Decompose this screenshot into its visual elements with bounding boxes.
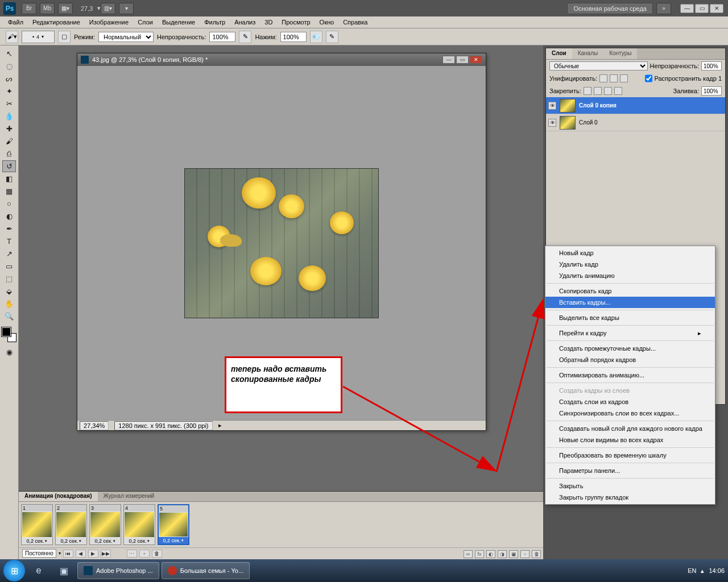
dodge-tool-icon[interactable]: ◐ xyxy=(2,210,16,222)
brush-tool-icon[interactable]: 🖌 xyxy=(2,135,16,147)
delete-frame-button[interactable]: 🗑 xyxy=(152,550,162,558)
frame-delay[interactable]: 0,2 сек. ▾ xyxy=(56,538,86,544)
menu-image[interactable]: Изображение xyxy=(85,18,133,27)
taskbar-photoshop[interactable]: Adobe Photoshop ... xyxy=(77,562,159,579)
menu-filter[interactable]: Фильтр xyxy=(200,18,230,27)
frame-delay[interactable]: 0,2 сек. ▾ xyxy=(159,537,188,544)
gradient-tool-icon[interactable]: ▦ xyxy=(2,185,16,197)
blend-mode-select[interactable]: Нормальный xyxy=(98,32,154,42)
lock-pixels-icon[interactable] xyxy=(594,87,602,95)
doc-close-button[interactable]: ✕ xyxy=(470,56,482,64)
fill-input[interactable] xyxy=(701,86,722,95)
eyedropper-tool-icon[interactable]: 💧 xyxy=(2,110,16,122)
taskbar-browser[interactable]: Большая семья - Yo... xyxy=(162,562,250,579)
unify-style-icon[interactable] xyxy=(620,74,628,82)
hand-tool-icon[interactable]: ✋ xyxy=(2,298,16,310)
menu-edit[interactable]: Редактирование xyxy=(28,18,85,27)
menu-view[interactable]: Просмотр xyxy=(277,18,315,27)
prev-frame-button[interactable]: ◀ xyxy=(76,550,86,558)
menu-layer[interactable]: Слои xyxy=(133,18,158,27)
tween-button[interactable]: ⋯ xyxy=(127,550,137,558)
layer-name[interactable]: Слой 0 xyxy=(579,119,598,126)
zoom-readout[interactable]: 27,3 xyxy=(81,5,93,12)
pen-tool-icon[interactable]: ✒ xyxy=(2,223,16,235)
layer-name[interactable]: Слой 0 копия xyxy=(579,102,617,109)
visibility-icon[interactable]: 👁 xyxy=(548,102,556,110)
doc-minimize-button[interactable]: — xyxy=(442,56,455,64)
stamp-tool-icon[interactable]: ⎙ xyxy=(2,148,16,160)
menu-item[interactable]: Синхронизировать слои во всех кадрах... xyxy=(545,408,715,419)
screen-mode-button[interactable]: ▦▾ xyxy=(58,3,73,14)
menu-item[interactable]: Закрыть группу вкладок xyxy=(545,492,715,503)
marquee-tool-icon[interactable]: ◌ xyxy=(2,60,16,72)
move-tool-icon[interactable]: ↖ xyxy=(2,48,16,60)
menu-window[interactable]: Окно xyxy=(315,18,339,27)
minimize-button[interactable]: — xyxy=(680,4,694,13)
menu-item[interactable]: Создать слои из кадров xyxy=(545,396,715,408)
animation-frame[interactable]: 10,2 сек. ▾ xyxy=(21,504,53,545)
frame-delay[interactable]: 0,2 сек. ▾ xyxy=(124,538,155,544)
fx-icon[interactable]: fx xyxy=(475,550,484,558)
loop-select[interactable]: Постоянно xyxy=(22,549,56,558)
frame-delay[interactable]: 0,2 сек. ▾ xyxy=(90,538,121,544)
tray-up-icon[interactable]: ▴ xyxy=(701,567,704,575)
animation-frame[interactable]: 50,2 сек. ▾ xyxy=(158,504,189,545)
size-pressure-icon[interactable]: ✎ xyxy=(326,31,338,43)
animation-frame[interactable]: 20,2 сек. ▾ xyxy=(55,504,87,545)
zoom-field[interactable]: 27,34% xyxy=(80,421,109,430)
propagate-checkbox[interactable] xyxy=(645,74,652,83)
menu-item[interactable]: Обратный порядок кадров xyxy=(545,354,715,365)
close-button[interactable]: ✕ xyxy=(710,4,723,13)
brush-preview[interactable]: •4▾ xyxy=(22,31,55,43)
tab-paths[interactable]: Контуры xyxy=(603,48,637,59)
path-select-tool-icon[interactable]: ↗ xyxy=(2,248,16,260)
layer-row[interactable]: 👁Слой 0 копия xyxy=(546,97,725,114)
trash-icon[interactable]: 🗑 xyxy=(532,550,541,558)
menu-item[interactable]: Удалить анимацию xyxy=(545,270,715,281)
tab-animation[interactable]: Анимация (покадровая) xyxy=(19,492,98,501)
play-button[interactable]: ▶ xyxy=(88,550,98,558)
zoom-tool-icon[interactable]: 🔍 xyxy=(2,310,16,322)
menu-item[interactable]: Параметры панели... xyxy=(545,465,715,476)
menu-item[interactable]: Выделить все кадры xyxy=(545,312,715,323)
menu-item[interactable]: Создать промежуточные кадры... xyxy=(545,343,715,354)
tray-lang[interactable]: EN xyxy=(688,567,696,574)
lock-all-icon[interactable] xyxy=(614,87,622,95)
menu-item[interactable]: Скопировать кадр xyxy=(545,285,715,297)
new-layer-icon[interactable]: ▫ xyxy=(520,550,530,558)
history-brush-tool-icon[interactable]: ↺ xyxy=(2,160,16,172)
animation-frame[interactable]: 40,2 сек. ▾ xyxy=(123,504,155,545)
animation-frame[interactable]: 30,2 сек. ▾ xyxy=(89,504,121,545)
menu-item[interactable]: Закрыть xyxy=(545,480,715,492)
tray-clock[interactable]: 14:06 xyxy=(709,567,725,574)
first-frame-button[interactable]: ⏮ xyxy=(63,550,73,558)
link-icon[interactable]: ∞ xyxy=(464,550,473,558)
menu-item[interactable]: Преобразовать во временную шкалу xyxy=(545,450,715,461)
doc-maximize-button[interactable]: ▭ xyxy=(456,56,469,64)
type-tool-icon[interactable]: T xyxy=(2,235,16,247)
menu-item[interactable]: Вставить кадры... xyxy=(545,297,715,308)
next-frame-button[interactable]: ▶▶ xyxy=(101,550,111,558)
arrange-button[interactable]: ▥▾ xyxy=(101,3,115,14)
adjustment-icon[interactable]: ◑ xyxy=(498,550,507,558)
menu-item[interactable]: Оптимизировать анимацию... xyxy=(545,369,715,381)
document-titlebar[interactable]: 43.jpg @ 27,3% (Слой 0 копия, RGB/8) * —… xyxy=(77,53,486,66)
extras-button[interactable]: ▾ xyxy=(119,3,134,14)
explorer-icon[interactable]: ▣ xyxy=(52,562,75,580)
visibility-icon[interactable]: 👁 xyxy=(548,119,556,127)
status-arrow-icon[interactable]: ▸ xyxy=(218,422,222,429)
tab-measurement-log[interactable]: Журнал измерений xyxy=(98,492,160,501)
layer-thumbnail[interactable] xyxy=(560,116,576,130)
menu-item[interactable]: Удалить кадр xyxy=(545,259,715,270)
tool-preset-icon[interactable]: 🖌▾ xyxy=(6,31,18,43)
brush-panel-toggle-icon[interactable]: ▢ xyxy=(58,31,71,43)
shape-tool-icon[interactable]: ▭ xyxy=(2,260,16,272)
heal-tool-icon[interactable]: ✚ xyxy=(2,123,16,135)
wand-tool-icon[interactable]: ✦ xyxy=(2,85,16,97)
3d-camera-tool-icon[interactable]: ⬙ xyxy=(2,285,16,297)
unify-vis-icon[interactable] xyxy=(610,74,618,82)
workspace-more-button[interactable]: » xyxy=(656,3,671,14)
flow-input[interactable] xyxy=(280,32,307,42)
opacity-pressure-icon[interactable]: ✎ xyxy=(239,31,251,43)
menu-item[interactable]: Создавать новый слой для каждого нового … xyxy=(545,423,715,434)
